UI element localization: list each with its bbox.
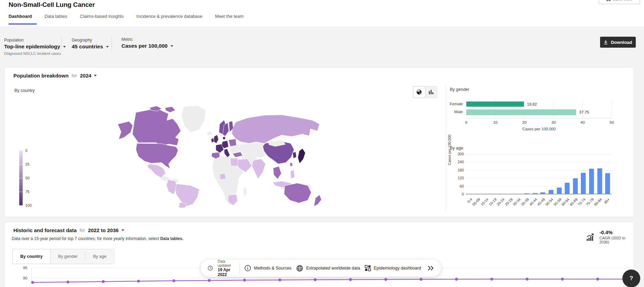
map-region-uk[interactable]: [213, 135, 219, 143]
map-region-new-zealand[interactable]: [314, 195, 321, 206]
trend-data-point[interactable]: [420, 278, 422, 280]
tab-meet-the-team[interactable]: Meet the team: [215, 14, 244, 24]
map-region-brazil[interactable]: [175, 184, 199, 206]
trend-data-point[interactable]: [137, 280, 140, 283]
metric-filter-value[interactable]: Cases per 100,000: [121, 43, 173, 49]
trend-data-point[interactable]: [31, 281, 34, 284]
legend-tick-label: 75: [25, 190, 36, 194]
chevron-down-icon: [171, 45, 173, 47]
trend-data-point[interactable]: [314, 278, 316, 281]
gender-bar-value: 19.82: [527, 102, 537, 106]
map-region-canada[interactable]: [132, 109, 181, 146]
methods-sources-label: Methods & Sources: [254, 266, 291, 271]
map-region-iceland[interactable]: [207, 131, 212, 136]
trend-data-point[interactable]: [455, 278, 458, 280]
bar-view-button[interactable]: [425, 86, 437, 98]
toolbar-expand-button[interactable]: [427, 265, 434, 271]
trend-data-point[interactable]: [173, 279, 175, 282]
help-button[interactable]: ?: [622, 270, 640, 287]
methods-sources-link[interactable]: Methods & Sources: [244, 265, 291, 272]
map-region-russia[interactable]: [232, 115, 319, 143]
data-updated-label: Data updated: [218, 259, 234, 267]
map-region-arctic-islands-2[interactable]: [165, 107, 175, 112]
age-bar-75-79[interactable]: [589, 169, 594, 194]
chevron-down-icon: [121, 229, 124, 231]
age-y-tick: 120: [454, 176, 464, 180]
trending-chart-icon: [586, 232, 595, 241]
map-region-thailand-vietnam[interactable]: [273, 166, 281, 179]
map-region-poland[interactable]: [229, 139, 236, 146]
population-filter-value[interactable]: Top-line epidemiology: [4, 44, 66, 50]
trend-data-point[interactable]: [278, 278, 281, 281]
globe-icon: [296, 265, 303, 272]
age-bar-80-84[interactable]: [597, 168, 602, 194]
map-region-philippines[interactable]: [290, 170, 295, 179]
age-bar-85+[interactable]: [605, 173, 610, 194]
save-view-label: Save view: [612, 0, 632, 1]
map-region-japan[interactable]: [298, 148, 305, 164]
map-region-australia[interactable]: [284, 183, 311, 203]
population-filter[interactable]: Population Top-line epidemiology Diagnos…: [4, 38, 66, 56]
map-region-colombia-peru[interactable]: [166, 180, 177, 194]
trend-data-point[interactable]: [102, 280, 105, 283]
trend-data-point[interactable]: [67, 280, 69, 283]
save-view-button[interactable]: Save view: [599, 0, 640, 4]
trend-data-point[interactable]: [243, 279, 246, 282]
map-region-india[interactable]: [252, 159, 266, 179]
age-y-tick: 240: [454, 160, 464, 164]
age-bar-65-69[interactable]: [573, 178, 578, 194]
gender-bar-value: 37.75: [579, 110, 589, 114]
range-selector[interactable]: 2022 to 2036: [88, 227, 124, 233]
epidemiology-dashboard-link[interactable]: Epidemiology dashboard: [365, 265, 421, 271]
map-region-south-korea[interactable]: [293, 152, 296, 158]
metric-filter-selected: Cases per 100,000: [121, 43, 167, 49]
trend-data-point[interactable]: [526, 278, 528, 280]
trend-tab-by-country[interactable]: By country: [12, 249, 50, 264]
gender-x-tick: 30: [548, 120, 559, 124]
map-region-taiwan[interactable]: [290, 163, 293, 166]
geography-filter-value[interactable]: 45 countries: [72, 44, 109, 50]
map-region-denmark[interactable]: [223, 136, 225, 140]
tab-data-tables[interactable]: Data tables: [45, 14, 67, 24]
gender-gridline: [583, 99, 583, 118]
map-view-button[interactable]: [413, 86, 425, 98]
geography-filter[interactable]: Geography 45 countries: [72, 38, 109, 50]
map-region-ireland[interactable]: [211, 138, 214, 143]
chevron-down-icon: [106, 46, 109, 48]
map-region-nigeria[interactable]: [220, 174, 226, 180]
dashboard-grid-icon: [365, 265, 371, 271]
map-region-madagascar[interactable]: [243, 187, 247, 197]
legend-tick-label: 0: [25, 148, 36, 153]
gender-x-tick: 50: [607, 120, 617, 124]
trend-data-point[interactable]: [561, 278, 564, 280]
gender-bar-male[interactable]: [466, 109, 576, 115]
map-region-egypt[interactable]: [230, 158, 238, 166]
extrapolated-data-link[interactable]: Extrapolated worldwide data: [296, 265, 360, 272]
tab-incidence-prevalence-database[interactable]: Incidence & prevalence database: [137, 14, 202, 24]
trend-tab-by-gender[interactable]: By gender: [50, 249, 85, 264]
gender-category-label: Female: [441, 102, 463, 106]
map-region-usa[interactable]: [136, 143, 178, 169]
trend-tab-by-age[interactable]: By age: [85, 249, 114, 264]
tab-claims-based-insights[interactable]: Claims-based Insights: [80, 14, 124, 24]
age-bar-60-64[interactable]: [565, 183, 570, 194]
cagr-label: CAGR (2022 to 2036): [599, 236, 634, 244]
map-region-alaska[interactable]: [118, 121, 133, 139]
trend-data-point[interactable]: [208, 279, 211, 282]
download-button[interactable]: Download: [600, 37, 636, 48]
age-bar-70-74[interactable]: [581, 173, 586, 194]
cagr-summary: -0.4% CAGR (2022 to 2036): [586, 230, 634, 244]
age-bar-55-59[interactable]: [557, 188, 562, 194]
population-filter-selected: Top-line epidemiology: [4, 44, 60, 50]
metric-filter[interactable]: Metric Cases per 100,000: [121, 37, 173, 49]
tab-dashboard[interactable]: Dashboard: [9, 14, 32, 24]
trend-data-point[interactable]: [490, 278, 493, 280]
map-region-greenland[interactable]: [182, 106, 206, 132]
trend-data-point[interactable]: [384, 278, 387, 281]
year-selector[interactable]: 2024: [80, 73, 97, 79]
map-region-mexico[interactable]: [147, 164, 165, 178]
gender-bar-female[interactable]: [466, 101, 524, 107]
trend-data-point[interactable]: [596, 278, 599, 280]
trend-data-point[interactable]: [349, 278, 352, 281]
world-choropleth-map: [117, 105, 331, 208]
